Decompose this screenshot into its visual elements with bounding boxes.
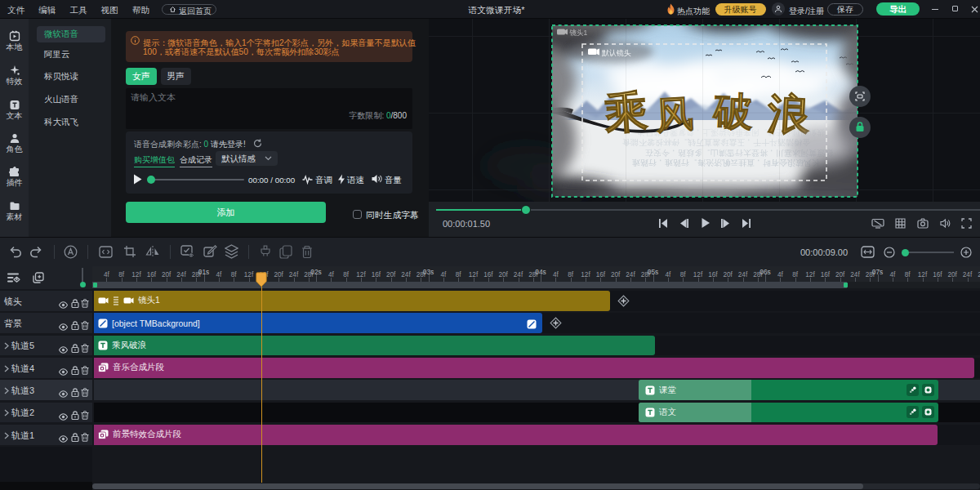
svg-text:风: 风 — [654, 93, 695, 136]
svg-text:默认镜头: 默认镜头 — [601, 49, 631, 57]
svg-text:破: 破 — [711, 89, 754, 134]
svg-text:金樽清酒斗十千，玉盘珍羞直万钱。停杯投箸不能食: 金樽清酒斗十千，玉盘珍羞直万钱。停杯投箸不能食 — [622, 138, 811, 147]
svg-text:镜头1: 镜头1 — [569, 29, 588, 37]
svg-text:长风破浪会有时，直挂云帆济沧海。行路难，行路难: 长风破浪会有时，直挂云帆济沧海。行路难，行路难 — [632, 158, 820, 167]
